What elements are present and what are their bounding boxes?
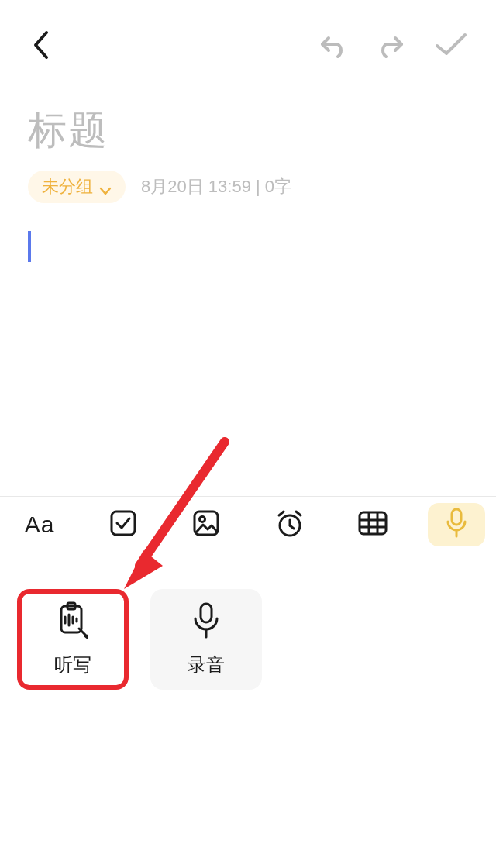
header-bar: [0, 0, 496, 74]
table-icon: [358, 511, 388, 539]
confirm-icon[interactable]: [434, 32, 468, 61]
text-style-label: Aa: [25, 512, 55, 538]
editor-toolbar: Aa: [0, 496, 496, 553]
text-style-button[interactable]: Aa: [11, 503, 68, 546]
recording-label: 录音: [188, 653, 225, 677]
checklist-button[interactable]: [95, 503, 152, 546]
dictation-card[interactable]: 听写: [17, 589, 129, 690]
group-chip[interactable]: 未分组: [28, 170, 126, 203]
table-button[interactable]: [344, 503, 401, 546]
dictation-label: 听写: [54, 653, 91, 677]
alarm-clock-icon: [274, 508, 305, 541]
voice-button[interactable]: [428, 503, 485, 546]
title-input[interactable]: 标题: [28, 105, 468, 157]
svg-rect-21: [201, 604, 212, 622]
recording-mic-icon: [191, 601, 221, 645]
svg-rect-8: [360, 512, 386, 534]
dictation-icon: [53, 601, 92, 645]
body-text-cursor[interactable]: [28, 231, 31, 262]
svg-line-7: [296, 512, 301, 515]
svg-point-2: [200, 517, 205, 522]
note-editor-screen: 标题 未分组 8月20日 13:59 | 0字 Aa: [0, 0, 496, 868]
redo-icon[interactable]: [375, 32, 408, 61]
reminder-button[interactable]: [261, 503, 319, 546]
svg-rect-0: [112, 512, 135, 535]
checklist-icon: [109, 509, 137, 540]
undo-icon[interactable]: [316, 32, 349, 61]
group-chip-label: 未分组: [42, 175, 93, 198]
recording-card[interactable]: 录音: [150, 589, 262, 690]
voice-options-panel: 听写 录音: [0, 552, 496, 727]
image-button[interactable]: [177, 503, 235, 546]
svg-line-5: [290, 525, 294, 529]
back-icon[interactable]: [31, 29, 51, 64]
svg-line-6: [279, 512, 284, 515]
svg-rect-13: [452, 509, 461, 525]
microphone-icon: [445, 508, 468, 542]
image-icon: [192, 509, 220, 540]
note-meta-text: 8月20日 13:59 | 0字: [141, 175, 291, 198]
chevron-down-icon: [99, 181, 112, 193]
